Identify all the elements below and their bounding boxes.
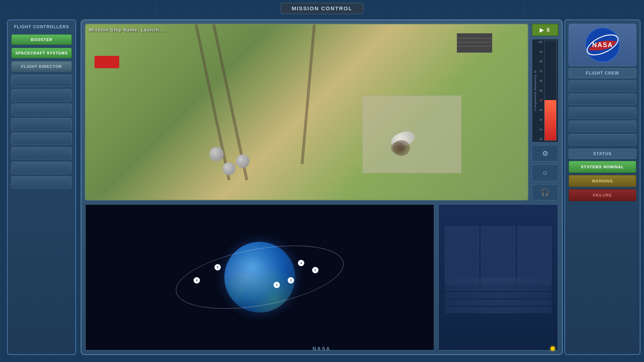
main-video: Mission Step Name: Launch.... — [85, 24, 528, 200]
left-slot-2 — [11, 89, 72, 101]
gauge-fill — [545, 100, 556, 140]
mc-screen-2 — [481, 226, 515, 285]
nasa-logo: NASA — [585, 27, 620, 63]
svg-text:NASA: NASA — [592, 41, 613, 48]
warning-button[interactable]: Warning — [569, 175, 636, 187]
mc-screen-row — [445, 226, 552, 285]
orbit-dot-2: 2 — [288, 277, 294, 284]
mc-screen-1 — [445, 226, 479, 285]
tank-2 — [236, 154, 249, 168]
target-button[interactable]: ○ — [532, 164, 558, 181]
title-bar: Mission Control — [281, 3, 363, 14]
mc-desks — [445, 277, 552, 343]
top-video-row: Mission Step Name: Launch.... — [85, 24, 558, 200]
crew-slot-5 — [569, 134, 636, 145]
orbit-dot-4: 4 — [298, 260, 304, 266]
reliability-gauge: Components Reliability % 100 90 80 70 60… — [532, 39, 558, 142]
headphones-icon: 🎧 — [541, 188, 550, 196]
status-dot — [551, 346, 555, 351]
left-slot-5 — [11, 133, 72, 145]
right-panel: NASA Flight Crew Status Systems Nominal … — [564, 19, 640, 355]
play-icon: ▶ — [540, 27, 544, 33]
crew-slot-1 — [569, 80, 636, 92]
crew-slot-2 — [569, 94, 636, 105]
rail-track-3 — [300, 24, 316, 164]
mc-desk-row-1 — [445, 277, 552, 284]
orbit-dot-1: 1 — [274, 282, 280, 288]
rocket — [385, 131, 417, 151]
left-slot-6 — [11, 147, 72, 159]
pause-icon: ⏸ — [545, 27, 551, 33]
earth-container: 1 2 3 4 5 6 — [86, 205, 434, 350]
mc-desk-row-3 — [445, 292, 552, 298]
crew-slot-3 — [569, 107, 636, 118]
left-slot-3 — [11, 104, 72, 116]
left-slot-7 — [11, 162, 72, 174]
tank-3 — [223, 162, 235, 175]
video-controls: ▶ ⏸ Components Reliability % 100 90 80 7… — [532, 24, 558, 200]
mc-screen-3 — [517, 226, 552, 285]
mc-desk-row-4 — [445, 299, 552, 306]
spacecraft-systems-button[interactable]: Spacecraft Systems — [11, 48, 72, 58]
status-title: Status — [569, 149, 636, 159]
nasa-logo-container: NASA — [569, 24, 636, 66]
app-title: Mission Control — [292, 5, 352, 11]
center-panel: Mission Step Name: Launch.... — [81, 19, 563, 355]
hangar — [457, 33, 492, 53]
orbit-video: 1 2 3 4 5 6 — [85, 204, 435, 351]
circle-icon: ○ — [543, 168, 547, 177]
gauge-threshold-line — [545, 100, 556, 101]
mc-room — [439, 205, 558, 350]
mission-control-video — [438, 204, 558, 351]
gauge-scale: 100 90 80 70 60 50 40 30 20 10 00 — [538, 41, 543, 141]
mission-step-label: Mission Step Name: Launch.... — [89, 27, 166, 33]
booster-button[interactable]: Booster — [11, 34, 72, 45]
left-panel: Flight Controllers Booster Spacecraft Sy… — [7, 19, 76, 355]
bottom-video-row: 1 2 3 4 5 6 — [85, 204, 558, 351]
mc-desk-row-2 — [445, 285, 552, 291]
left-slot-8 — [11, 176, 72, 188]
gauge-label: Components Reliability % — [534, 41, 537, 141]
flight-crew-title: Flight Crew — [569, 68, 636, 78]
nasa-watermark: NASA — [312, 346, 331, 351]
orbit-dot-3: 3 — [312, 267, 318, 273]
gear-button[interactable]: ⚙ — [532, 145, 558, 162]
tank-1 — [209, 147, 224, 161]
systems-nominal-button[interactable]: Systems Nominal — [569, 161, 636, 173]
crew-slot-4 — [569, 121, 636, 132]
red-train — [94, 56, 119, 68]
gauge-bar — [544, 41, 557, 141]
left-panel-title: Flight Controllers — [11, 24, 72, 30]
headphones-button[interactable]: 🎧 — [532, 184, 558, 200]
flight-director-button[interactable]: Flight Director — [11, 61, 72, 72]
play-pause-button[interactable]: ▶ ⏸ — [532, 24, 558, 36]
failure-button[interactable]: Failure — [569, 189, 636, 201]
mc-desk-row-5 — [445, 307, 552, 313]
left-slot-4 — [11, 118, 72, 130]
gear-icon: ⚙ — [542, 150, 548, 157]
left-slot-1 — [11, 75, 72, 87]
launch-scene — [86, 24, 528, 200]
